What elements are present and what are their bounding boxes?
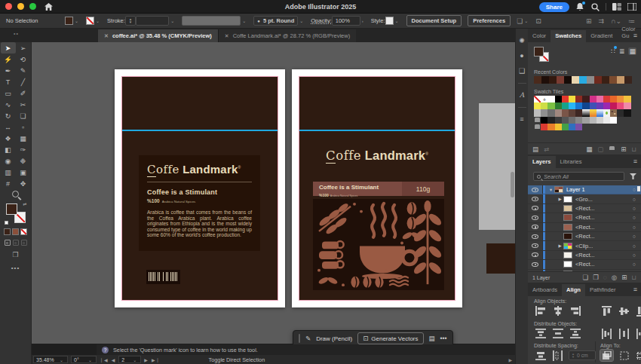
color-swatch[interactable] <box>590 102 597 109</box>
swatch-pat-tex[interactable] <box>610 109 617 116</box>
color-swatch[interactable] <box>624 96 630 102</box>
color-swatch[interactable] <box>541 124 547 130</box>
color-swatch[interactable] <box>575 102 582 109</box>
previous-artboard-button[interactable]: ◀ <box>112 357 116 362</box>
panel-menu-icon[interactable]: ≡ <box>633 32 637 39</box>
recent-color-swatch[interactable] <box>594 76 602 84</box>
first-artboard-button[interactable]: ❘◀ <box>100 357 109 362</box>
draw-pencil-button[interactable]: Draw (Pencil) <box>316 335 352 342</box>
target-circle-icon[interactable]: ○ <box>633 243 636 249</box>
distribute-center-horizontal-button[interactable] <box>618 328 630 339</box>
scissors-tool[interactable]: ✂ <box>16 99 31 110</box>
workspace-switcher-icon[interactable] <box>612 2 621 11</box>
color-swatch[interactable] <box>569 124 575 130</box>
layer-name[interactable]: <Rect... <box>575 252 595 258</box>
color-swatch[interactable] <box>617 102 624 109</box>
color-swatch[interactable] <box>555 117 562 124</box>
color-swatch[interactable] <box>569 117 575 124</box>
swatch-options-icon[interactable]: ▢ <box>597 145 603 153</box>
layer-row[interactable]: ▼Layer 1○ <box>528 185 641 194</box>
color-swatch[interactable] <box>590 117 597 124</box>
color-swatch[interactable] <box>555 109 562 116</box>
new-swatch-icon[interactable]: ⊞ <box>621 145 626 153</box>
layer-row[interactable]: <Rect...○ <box>528 204 641 213</box>
recent-color-swatch[interactable] <box>541 76 549 84</box>
color-swatch[interactable] <box>624 102 630 109</box>
swatch-folder[interactable] <box>534 124 541 130</box>
color-swatch[interactable] <box>603 102 610 109</box>
doc-tab-coffee[interactable]: ✕ coffee.ai* @ 35.48 % (CMYK/Preview) <box>98 29 218 42</box>
brush-definition-dropdown[interactable]: ●5 pt. Round <box>253 16 298 26</box>
draw-behind-mode-icon[interactable] <box>13 240 19 246</box>
target-circle-icon[interactable]: ○ <box>633 262 636 267</box>
gray-rectangle-object[interactable] <box>479 103 515 230</box>
question-mark-icon[interactable]: ? <box>102 347 109 353</box>
lasso-tool[interactable]: ⟲ <box>16 54 31 65</box>
distribute-center-vertical-button[interactable] <box>551 328 564 339</box>
character-styles-dock-icon[interactable]: A <box>520 92 525 99</box>
align-center-vertical-button[interactable] <box>618 305 630 317</box>
line-segment-tool[interactable]: ╱ <box>16 76 31 87</box>
scale-tool[interactable]: ❏ <box>16 110 31 121</box>
column-graph-tool[interactable]: ▥ <box>1 167 16 178</box>
new-color-group-icon[interactable] <box>609 145 615 153</box>
align-bottom-button[interactable] <box>635 305 641 317</box>
visibility-eye-icon[interactable] <box>532 252 538 257</box>
color-swatch[interactable] <box>547 109 554 116</box>
color-swatch[interactable] <box>547 102 554 109</box>
status-scroll-arrow[interactable]: ▶ <box>508 357 512 362</box>
color-swatch[interactable] <box>547 124 554 130</box>
artboard-number-field[interactable]: 2⌄ <box>118 356 141 363</box>
tab-color-guide[interactable]: Color Gu <box>617 23 641 42</box>
color-swatch[interactable] <box>610 117 617 124</box>
layer-name[interactable]: <Rect... <box>575 214 595 221</box>
color-swatch[interactable] <box>569 102 575 109</box>
magic-wand-tool[interactable]: ⚡ <box>1 54 16 65</box>
target-circle-icon[interactable]: ○ <box>633 187 636 192</box>
fill-color-indicator[interactable] <box>6 203 17 215</box>
artboard-tool[interactable]: ▣ <box>16 167 31 178</box>
mesh-tool[interactable]: ▦ <box>16 133 31 144</box>
recent-color-swatch[interactable] <box>602 76 609 84</box>
new-sublayer-icon[interactable]: ◎ <box>612 274 617 281</box>
swatch-grad-wb[interactable] <box>597 109 603 116</box>
distribute-right-button[interactable] <box>635 328 641 339</box>
search-icon[interactable] <box>590 2 600 11</box>
layer-name[interactable]: <Rect... <box>575 205 595 212</box>
color-swatch[interactable] <box>575 96 582 102</box>
recent-color-swatch[interactable] <box>579 76 587 84</box>
visibility-eye-icon[interactable] <box>532 243 538 248</box>
gradient-mode-swatch[interactable] <box>12 228 19 235</box>
swatch-sync-icon[interactable]: ⇄ <box>544 145 549 153</box>
opacity-field[interactable]: 100% <box>332 16 360 26</box>
color-swatch[interactable] <box>582 96 589 102</box>
fill-stroke-indicator[interactable] <box>534 47 551 63</box>
screen-mode-icon[interactable]: ❐ <box>0 251 31 258</box>
style-swatch[interactable] <box>385 17 394 25</box>
document-setup-button[interactable]: Document Setup <box>406 15 462 26</box>
slice-tool[interactable]: # <box>1 178 16 189</box>
taskbar-drag-handle[interactable] <box>299 334 300 343</box>
tab-libraries[interactable]: Libraries <box>556 156 587 168</box>
last-artboard-button[interactable]: ▶❘ <box>152 357 161 362</box>
brown-rectangle-object[interactable] <box>486 243 515 274</box>
make-mask-icon[interactable]: ❐ <box>593 274 599 281</box>
notifications-bell-icon[interactable] <box>575 2 584 11</box>
canvas[interactable]: Coffe Landmark® Coffee is a Stimulant %1… <box>32 42 515 344</box>
tab-artboards[interactable]: Artboards <box>528 284 562 296</box>
zoom-level-field[interactable]: 35.48%⌄ <box>33 356 68 363</box>
width-tool[interactable]: ↔ <box>1 121 16 133</box>
tab-color[interactable]: Color <box>528 30 551 42</box>
draw-normal-mode-icon[interactable] <box>5 240 11 246</box>
vertical-scrollbar[interactable] <box>511 172 514 197</box>
stroke-color-swatch[interactable] <box>86 17 94 25</box>
color-swatch[interactable] <box>597 96 603 102</box>
layer-row[interactable]: <Rect...○ <box>528 213 641 222</box>
fill-color-swatch[interactable] <box>65 17 73 25</box>
doc-tab-coffe-landmark[interactable]: ✕ Coffe Landmark.ai* @ 28.72 % (RGB/Prev… <box>218 29 356 42</box>
color-swatch[interactable] <box>610 102 617 109</box>
gradient-tool[interactable]: ◧ <box>1 144 16 155</box>
share-button[interactable]: Share <box>539 2 569 12</box>
color-swatch[interactable] <box>562 124 569 130</box>
zoom-tool[interactable] <box>12 191 19 197</box>
